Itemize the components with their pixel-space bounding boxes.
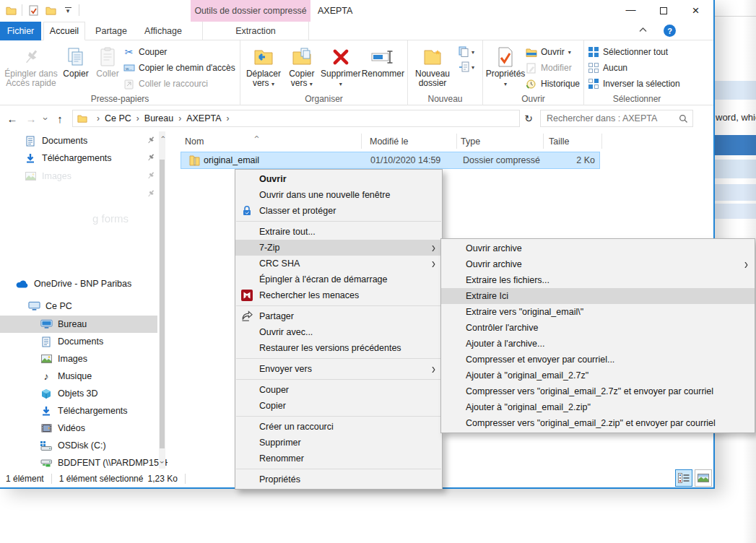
submenu-item-extract-here[interactable]: Extraire Ici (441, 288, 755, 304)
submenu-item-extract-files[interactable]: Extraire les fichiers... (441, 272, 755, 288)
menu-item-open-new-window[interactable]: Ouvrir dans une nouvelle fenêtre (235, 187, 442, 203)
submenu-item-add-to-archive[interactable]: Ajouter à l'archive... (441, 336, 755, 352)
help-icon[interactable]: ? (664, 25, 676, 37)
new-folder-button[interactable]: Nouveau dossier (411, 43, 454, 88)
properties-check-icon[interactable] (27, 3, 40, 17)
breadcrumb-axepta[interactable]: AXEPTA (186, 113, 221, 123)
tab-home[interactable]: Accueil (43, 22, 85, 40)
qat-customize-dropdown-icon[interactable]: ▾ (61, 3, 74, 17)
paste-button[interactable]: Coller (92, 43, 123, 90)
recent-locations-icon[interactable]: › (40, 112, 51, 125)
collapse-ribbon-icon[interactable] (639, 27, 647, 32)
properties-button[interactable]: Propriétés ▾ (486, 43, 525, 90)
menu-item-crc-sha[interactable]: CRC SHA› (235, 256, 442, 272)
menu-item-rename[interactable]: Renommer (235, 451, 442, 466)
search-input[interactable] (541, 110, 692, 126)
pin-icon[interactable] (147, 153, 155, 162)
submenu-item-test-archive[interactable]: Contrôler l'archive (441, 320, 755, 336)
menu-item-create-shortcut[interactable]: Créer un raccourci (235, 419, 442, 435)
pin-icon[interactable] (147, 136, 155, 144)
menu-item-scan-threats[interactable]: Rechercher les menaces (235, 287, 442, 303)
menu-item-open[interactable]: Ouvrir (235, 171, 442, 187)
column-header-type[interactable]: Type (461, 131, 480, 151)
sidebar-item-downloads-quick[interactable]: Téléchargements (24, 149, 112, 167)
up-icon[interactable]: ↑ (51, 113, 69, 125)
thumbnail-view-button[interactable] (695, 469, 712, 487)
sidebar-item-downloads[interactable]: Téléchargements (40, 402, 128, 420)
sidebar-item-onedrive[interactable]: OneDrive - BNP Paribas (16, 275, 131, 292)
copy-button[interactable]: Copier (59, 43, 92, 90)
pin-icon[interactable] (147, 189, 155, 198)
submenu-item-compress-7z-email[interactable]: Compresser vers "original_email_2.7z" et… (441, 383, 755, 399)
sidebar-item-this-pc[interactable]: Ce PC (27, 297, 72, 315)
sidebar-item-videos[interactable]: Vidéos (40, 420, 85, 437)
sidebar-item-network-drive[interactable]: BDDFENT (\\PARDMP15SH) (S:) (40, 454, 168, 469)
sidebar-item-documents-quick[interactable]: Documents (24, 132, 87, 149)
menu-item-restore-versions[interactable]: Restaurer les versions précédentes (235, 340, 442, 356)
select-all-button[interactable]: Sélectionner tout (587, 45, 680, 58)
copy-to-button[interactable]: Copier vers ▾ (284, 43, 320, 89)
move-to-button[interactable]: Déplacer vers ▾ (243, 43, 284, 89)
maximize-icon[interactable] (647, 0, 679, 22)
folder-icon[interactable] (4, 3, 17, 17)
sidebar-item-images-quick[interactable]: Images (24, 168, 71, 185)
close-icon[interactable]: × (679, 0, 712, 22)
column-separator[interactable] (361, 134, 362, 149)
column-header-size[interactable]: Taille (549, 131, 570, 151)
menu-item-send-to[interactable]: Envoyer vers› (235, 361, 442, 377)
file-row-original-email[interactable]: original_email 01/10/2020 14:59 Dossier … (181, 152, 600, 169)
menu-item-delete[interactable]: Supprimer (235, 435, 442, 451)
submenu-item-extract-to-folder[interactable]: Extraire vers "original_email\" (441, 304, 755, 320)
sidebar-scrollbar[interactable]: › › (159, 131, 165, 469)
menu-item-classify-protect[interactable]: Classer et protéger (235, 203, 442, 219)
back-icon[interactable]: ← (3, 113, 22, 125)
submenu-item-compress-email[interactable]: Compresser et envoyer par courriel... (441, 352, 755, 368)
sidebar-item-osdisk[interactable]: OSDisk (C:) (40, 437, 106, 454)
details-view-button[interactable] (675, 469, 692, 487)
menu-item-properties[interactable]: Propriétés (235, 472, 442, 487)
menu-item-7zip[interactable]: 7-Zip› (235, 240, 442, 256)
minimize-icon[interactable]: — (614, 0, 647, 22)
pin-icon[interactable] (147, 171, 155, 180)
search-box[interactable] (540, 110, 693, 127)
folder-icon[interactable] (44, 3, 57, 17)
sidebar-item-desktop[interactable]: Bureau (0, 316, 157, 333)
menu-item-open-with[interactable]: Ouvrir avec... (235, 324, 442, 340)
column-header-name[interactable]: Nom (185, 131, 204, 151)
breadcrumb-desktop[interactable]: Bureau (144, 113, 173, 123)
menu-item-cut[interactable]: Couper (235, 382, 442, 398)
submenu-item-open-archive-as[interactable]: Ouvrir archive› (441, 256, 755, 272)
sidebar-item-3d-objects[interactable]: Objets 3D (40, 385, 98, 402)
column-header-modified[interactable]: Modifié le (370, 131, 409, 151)
sidebar-item-documents[interactable]: Documents (40, 333, 103, 350)
forward-icon[interactable]: → (22, 113, 40, 125)
scroll-up-icon[interactable]: › (159, 133, 165, 142)
rename-button[interactable]: Renommer (362, 43, 404, 89)
column-separator[interactable] (601, 134, 602, 149)
tab-view[interactable]: Affichage (137, 22, 189, 40)
column-separator[interactable] (456, 134, 457, 149)
edit-button[interactable]: Modifier (525, 61, 580, 74)
cut-button[interactable]: ✂ Couper (123, 45, 235, 58)
tab-share[interactable]: Partage (90, 22, 133, 40)
menu-item-copy[interactable]: Copier (235, 398, 442, 414)
new-item-button[interactable]: ▾ (459, 46, 474, 58)
select-none-button[interactable]: Aucun (587, 61, 680, 74)
history-button[interactable]: Historique (525, 77, 580, 90)
address-bar[interactable]: › Ce PC › Bureau › AXEPTA › (72, 110, 520, 127)
breadcrumb-this-pc[interactable]: Ce PC (105, 113, 131, 123)
open-button[interactable]: Ouvrir ▾ (525, 45, 580, 58)
menu-item-pin-to-start[interactable]: Épingler à l'écran de démarrage (235, 272, 442, 287)
sidebar-item-images[interactable]: Images (40, 350, 87, 368)
scrollbar-thumb[interactable] (160, 160, 165, 448)
submenu-item-add-to-zip[interactable]: Ajouter à "original_email_2.zip" (441, 399, 755, 415)
submenu-item-add-to-7z[interactable]: Ajouter à "original_email_2.7z" (441, 368, 755, 383)
column-separator[interactable] (543, 134, 544, 149)
invert-selection-button[interactable]: Inverser la sélection (587, 77, 680, 90)
delete-button[interactable]: Supprimer ▾ (320, 43, 362, 89)
copy-path-button[interactable]: w... Copier le chemin d'accès (123, 61, 235, 74)
pin-to-quick-access-button[interactable]: Épingler dans Accès rapide (3, 43, 59, 90)
refresh-icon[interactable]: ↻ (520, 113, 537, 124)
tab-extraction[interactable]: Extraction (202, 22, 309, 40)
tab-file[interactable]: Fichier (0, 22, 41, 40)
